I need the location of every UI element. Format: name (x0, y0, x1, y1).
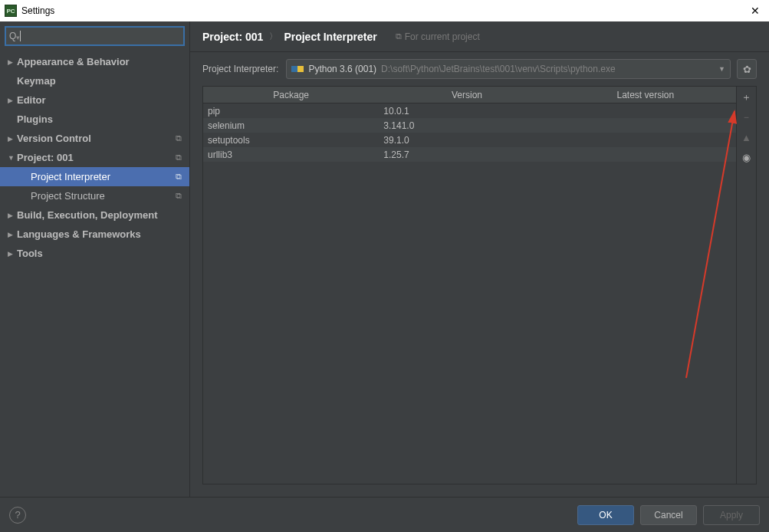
packages-side-toolbar: ＋ － ▲ ◉ (736, 87, 756, 484)
copy-icon: ⧉ (176, 133, 182, 143)
table-row[interactable]: setuptools 39.1.0 (203, 133, 736, 147)
chevron-right-icon: ▶ (8, 212, 17, 219)
interpreter-select[interactable]: Python 3.6 (001) D:\soft\Python\JetBrain… (286, 59, 731, 79)
sidebar-item-project[interactable]: ▼Project: 001⧉ (0, 148, 189, 167)
sidebar-item-editor[interactable]: ▶Editor (0, 90, 189, 110)
show-package-button[interactable]: ◉ (739, 149, 754, 165)
sidebar-item-project-structure[interactable]: Project Structure⧉ (0, 186, 189, 205)
table-row[interactable]: urllib3 1.25.7 (203, 147, 736, 162)
chevron-right-icon: ▶ (8, 58, 17, 66)
search-input-wrapper[interactable]: Q ▾ (5, 26, 185, 46)
ok-button[interactable]: OK (577, 505, 634, 525)
upgrade-package-button[interactable]: ▲ (739, 130, 754, 145)
chevron-right-icon: ▶ (8, 135, 17, 143)
plus-icon: ＋ (741, 90, 751, 104)
sidebar-item-plugins[interactable]: Plugins (0, 110, 189, 129)
sidebar-item-version-control[interactable]: ▶Version Control⧉ (0, 129, 189, 148)
cancel-button[interactable]: Cancel (640, 505, 697, 525)
python-icon (297, 66, 304, 72)
python-icon (291, 66, 297, 72)
sidebar-item-appearance[interactable]: ▶Appearance & Behavior (0, 52, 189, 71)
chevron-right-icon: ▶ (8, 231, 17, 238)
apply-button: Apply (703, 505, 760, 525)
table-row[interactable]: pip 10.0.1 (203, 103, 736, 118)
minus-icon: － (741, 110, 751, 124)
help-button[interactable]: ? (9, 507, 26, 524)
packages-table: Package Version Latest version pip 10.0.… (203, 87, 736, 484)
copy-icon: ⧉ (176, 153, 182, 163)
dialog-footer: ? OK Cancel Apply (0, 497, 769, 532)
col-header-package[interactable]: Package (203, 87, 379, 103)
interpreter-name: Python 3.6 (001) (308, 64, 376, 74)
search-icon: Q (9, 31, 16, 41)
chevron-down-icon: ▼ (8, 154, 17, 162)
col-header-latest[interactable]: Latest version (555, 87, 736, 103)
chevron-right-icon: ▶ (8, 250, 17, 258)
sidebar-item-languages[interactable]: ▶Languages & Frameworks (0, 225, 189, 244)
table-row[interactable]: selenium 3.141.0 (203, 118, 736, 133)
close-icon[interactable]: ✕ (746, 5, 764, 17)
copy-icon: ⧉ (396, 31, 402, 41)
breadcrumb: Project: 001 〉 Project Interpreter ⧉For … (190, 21, 769, 52)
breadcrumb-project[interactable]: Project: 001 (202, 31, 263, 43)
settings-sidebar: Q ▾ ▶Appearance & Behavior Keymap ▶Edito… (0, 21, 190, 497)
sidebar-item-project-interpreter[interactable]: Project Interpreter⧉ (0, 167, 189, 186)
gear-icon: ✿ (743, 64, 751, 75)
interpreter-path: D:\soft\Python\JetBrains\test\001\venv\S… (381, 64, 616, 74)
packages-area: Package Version Latest version pip 10.0.… (202, 86, 757, 484)
remove-package-button[interactable]: － (739, 110, 754, 125)
breadcrumb-page: Project Interpreter (284, 31, 376, 43)
sidebar-item-keymap[interactable]: Keymap (0, 71, 189, 90)
window-title: Settings (21, 5, 746, 16)
titlebar: PC Settings ✕ (0, 0, 769, 21)
sidebar-item-build[interactable]: ▶Build, Execution, Deployment (0, 205, 189, 225)
hint-for-current-project: ⧉For current project (396, 31, 480, 42)
question-icon: ? (15, 509, 20, 521)
settings-tree: ▶Appearance & Behavior Keymap ▶Editor Pl… (0, 51, 189, 497)
copy-icon: ⧉ (176, 172, 182, 182)
chevron-down-icon: ▼ (718, 65, 725, 73)
chevron-right-icon: 〉 (269, 31, 278, 42)
interpreter-label: Project Interpreter: (202, 64, 278, 74)
eye-icon: ◉ (742, 152, 751, 163)
main-panel: Project: 001 〉 Project Interpreter ⧉For … (190, 21, 769, 497)
copy-icon: ⧉ (176, 191, 182, 201)
up-triangle-icon: ▲ (741, 132, 751, 143)
add-package-button[interactable]: ＋ (739, 90, 754, 105)
sidebar-item-tools[interactable]: ▶Tools (0, 244, 189, 263)
packages-header: Package Version Latest version (203, 87, 736, 103)
gear-button[interactable]: ✿ (737, 59, 757, 79)
chevron-right-icon: ▶ (8, 97, 17, 104)
interpreter-row: Project Interpreter: Python 3.6 (001) D:… (190, 52, 769, 86)
app-icon: PC (5, 5, 17, 17)
search-input[interactable] (21, 31, 180, 41)
col-header-version[interactable]: Version (379, 87, 554, 103)
